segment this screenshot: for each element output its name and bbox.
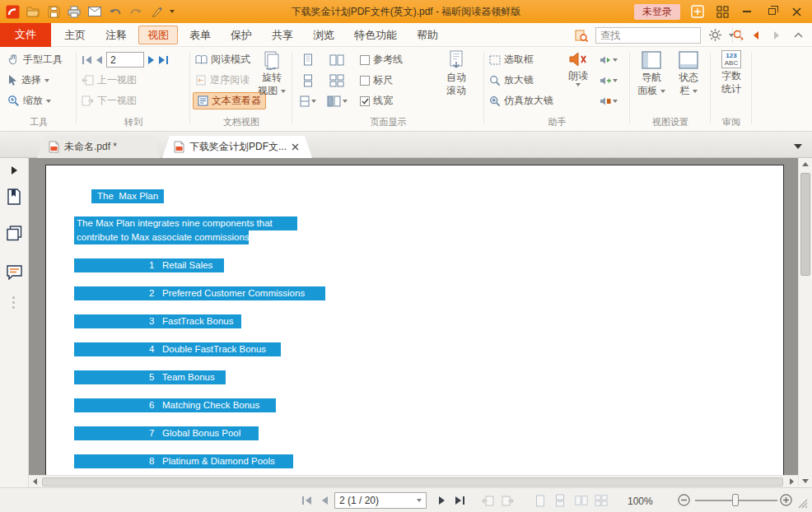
line-width-checkbox[interactable]: 线宽 — [357, 91, 433, 111]
word-count-button[interactable]: 123 ABC 字数 统计 — [713, 50, 749, 95]
read-control-button-2[interactable] — [597, 70, 627, 91]
status-continuous-button[interactable] — [553, 494, 567, 507]
search-go-button[interactable] — [732, 28, 744, 43]
tab-help[interactable]: 帮助 — [407, 24, 448, 46]
tab-list-button[interactable] — [791, 140, 805, 153]
read-control-button-1[interactable] — [597, 49, 627, 70]
tab-comment[interactable]: 注释 — [96, 24, 137, 46]
select-tool-button[interactable]: 选择 — [5, 70, 72, 91]
next-page-button[interactable] — [147, 55, 155, 65]
ruler-checkbox[interactable]: 标尺 — [357, 70, 433, 91]
toolbar-options-caret-icon[interactable] — [170, 10, 175, 13]
loupe-button[interactable]: 仿真放大镜 — [487, 91, 561, 111]
read-aloud-button[interactable]: 朗读 — [562, 50, 594, 86]
highlighted-text-line[interactable]: 5 Team Bonus — [74, 370, 226, 384]
page-number-input[interactable] — [106, 52, 144, 67]
scroll-down-button[interactable] — [799, 475, 812, 487]
status-next-view-button[interactable] — [501, 494, 514, 507]
horizontal-scroll-thumb[interactable] — [42, 477, 783, 486]
zoom-slider-thumb[interactable] — [732, 494, 739, 506]
status-last-page-button[interactable] — [453, 494, 466, 507]
highlighted-text-line[interactable]: 6 Matching Check Bonus — [74, 398, 276, 412]
continuous-page-button[interactable] — [296, 70, 320, 91]
guides-checkbox[interactable]: 参考线 — [357, 49, 433, 70]
tab-features[interactable]: 特色功能 — [344, 24, 407, 46]
scroll-up-button[interactable] — [799, 158, 812, 170]
cover-mode-button[interactable] — [323, 91, 351, 111]
zoom-out-button[interactable] — [677, 493, 691, 507]
layers-panel-button[interactable] — [5, 224, 23, 242]
email-icon[interactable] — [87, 4, 102, 19]
tab-form[interactable]: 表单 — [180, 24, 221, 46]
status-facing-continuous-button[interactable] — [595, 494, 608, 507]
status-single-page-button[interactable] — [534, 494, 547, 507]
highlighted-text-line[interactable]: 7 Global Bonus Pool — [74, 426, 259, 440]
scroll-left-button[interactable] — [29, 476, 41, 487]
advanced-search-icon[interactable] — [574, 28, 589, 43]
close-tab-icon[interactable] — [292, 143, 299, 151]
close-button[interactable] — [789, 4, 804, 19]
highlighted-text-line[interactable]: The Max Plan — [91, 189, 164, 203]
resize-grip[interactable] — [796, 496, 809, 510]
status-next-page-button[interactable] — [435, 494, 448, 507]
minimize-button[interactable] — [740, 4, 754, 19]
promotion-icon[interactable] — [690, 4, 705, 19]
save-icon[interactable] — [46, 4, 61, 19]
read-mode-button[interactable]: 阅读模式 — [193, 49, 255, 70]
status-bar-button[interactable]: 状态 栏 — [672, 50, 705, 96]
status-facing-button[interactable] — [575, 494, 588, 507]
rotate-view-button[interactable]: 旋转 视图 — [255, 50, 288, 96]
facing-continuous-button[interactable] — [323, 70, 351, 91]
vertical-scrollbar[interactable] — [798, 158, 812, 487]
doc-tab-bonus-plan[interactable]: 下载奖金计划PDF文... — [162, 136, 312, 158]
doc-tab-untitled[interactable]: 未命名.pdf * — [37, 136, 161, 158]
restore-button[interactable] — [764, 4, 779, 19]
zoom-in-button[interactable] — [779, 493, 793, 507]
settings-caret-icon[interactable] — [729, 34, 734, 37]
app-grid-icon[interactable] — [715, 4, 730, 19]
comments-panel-button[interactable] — [5, 263, 23, 282]
touch-mode-icon[interactable] — [149, 4, 164, 19]
prev-page-button[interactable] — [96, 55, 103, 65]
sidebar-grip[interactable] — [12, 296, 16, 310]
highlighted-text-line[interactable]: 2 Preferred Customer Commissions — [74, 286, 325, 300]
foxit-logo[interactable] — [5, 4, 20, 19]
status-prev-page-button[interactable] — [318, 494, 331, 507]
tab-share[interactable]: 共享 — [262, 24, 303, 46]
navigation-panel-button[interactable]: 导航 面板 — [634, 50, 669, 96]
next-view-button[interactable]: 下一视图 — [79, 91, 188, 111]
tab-home[interactable]: 主页 — [54, 24, 96, 46]
status-previous-view-button[interactable] — [481, 494, 494, 507]
single-page-button[interactable] — [296, 49, 320, 70]
pdf-page[interactable]: The Max Plan The Max Plan integrates nin… — [45, 165, 784, 487]
ribbon-next-button[interactable] — [769, 28, 784, 43]
reverse-read-button[interactable]: 逆序阅读 — [193, 70, 255, 91]
login-button[interactable]: 未登录 — [634, 4, 680, 20]
status-page-combo[interactable]: 2 (1 / 20) — [334, 492, 427, 509]
document-canvas[interactable]: The Max Plan The Max Plan integrates nin… — [29, 158, 798, 487]
hand-tool-button[interactable]: 手型工具 — [5, 49, 72, 70]
tab-file[interactable]: 文件 — [0, 23, 51, 47]
facing-page-button[interactable] — [323, 49, 351, 70]
vertical-scroll-thumb[interactable] — [800, 173, 810, 276]
open-file-icon[interactable] — [26, 4, 40, 19]
status-first-page-button[interactable] — [300, 494, 313, 507]
highlighted-text-line[interactable]: 4 Double FastTrack Bonus — [74, 342, 281, 356]
highlighted-text-line[interactable]: 3 FastTrack Bonus — [74, 314, 241, 328]
horizontal-scrollbar[interactable] — [29, 475, 798, 487]
scroll-right-button[interactable] — [786, 476, 798, 487]
split-view-button[interactable] — [296, 91, 320, 111]
magnifier-button[interactable]: 放大镜 — [487, 70, 561, 91]
bookmarks-panel-button[interactable] — [5, 188, 23, 206]
auto-scroll-button[interactable]: 自动 滚动 — [436, 50, 476, 96]
read-control-button-3[interactable] — [597, 91, 627, 111]
undo-icon[interactable] — [108, 4, 123, 19]
zoom-tool-button[interactable]: 缩放 — [5, 91, 72, 111]
marquee-button[interactable]: 选取框 — [487, 49, 561, 70]
redo-icon[interactable] — [128, 4, 143, 19]
print-icon[interactable] — [67, 4, 82, 19]
ribbon-prev-button[interactable] — [748, 28, 763, 43]
highlighted-text-line[interactable]: 1 Retail Sales — [74, 258, 224, 272]
highlighted-text-line[interactable]: The Max Plan integrates nine components … — [74, 216, 297, 230]
tab-browse[interactable]: 浏览 — [303, 24, 344, 46]
